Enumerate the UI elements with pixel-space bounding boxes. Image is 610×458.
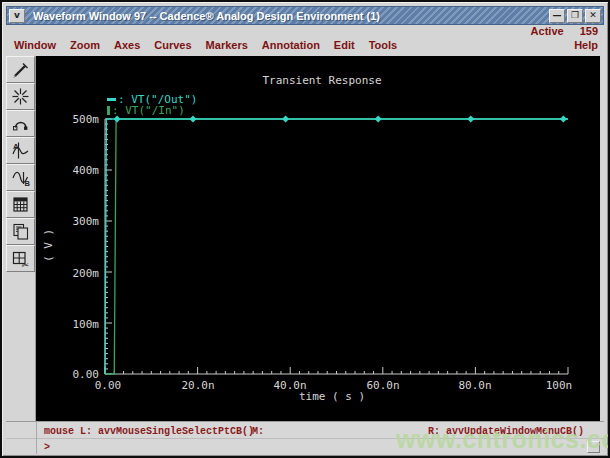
x-tick-label: 40.0n [273,379,306,392]
mouse-middle-binding: M: [252,426,264,437]
maximize-button[interactable]: ❐ [567,9,583,23]
out-line-sample-icon [107,98,116,101]
menu-window[interactable]: Window [14,39,56,54]
svg-text:B: B [25,179,31,187]
vertical-marker-a-button[interactable]: A [6,137,35,164]
x-tick-label: 0.00 [95,379,122,392]
legend: : VT("/Out") : VT("/In") [107,94,197,116]
menu-axes[interactable]: Axes [114,39,140,54]
mouse-left-binding: mouse L: avvMouseSingleSelectPtCB() [44,426,254,437]
legend-in-text: : VT("/In") [112,105,185,116]
starburst-zoom-button[interactable] [6,83,35,110]
menu-annotation[interactable]: Annotation [262,39,320,54]
menu-help[interactable]: Help [574,39,598,54]
plot-title: Transient Response [262,74,381,87]
x-tick-label: 80.0n [458,379,491,392]
subwindow-cut-icon: ✂ [11,249,30,268]
y-tick-label: 300m [59,215,99,228]
copy-window-icon [11,222,30,241]
arc-trace-icon [11,114,30,133]
y-tick-label: 0.00 [59,368,99,381]
active-status: Active 159 [531,25,598,38]
calculator-button[interactable] [6,191,35,218]
x-tick-label: 20.0n [181,379,214,392]
horizontal-marker-b-icon: B [11,168,30,187]
y-tick-label: 400m [59,164,99,177]
window-title: Waveform Window 97 -- Cadence® Analog De… [33,10,549,22]
tool-palette: A B ✂ [6,56,36,421]
waveform-window: v Waveform Window 97 -- Cadence® Analog … [0,0,610,458]
minimize-button[interactable]: — [549,9,565,23]
status-divider [36,421,37,454]
y-tick-label: 500m [59,113,99,126]
menu-bar: Window Zoom Axes Curves Markers Annotati… [14,39,598,54]
in-line-sample-icon [107,106,110,115]
copy-window-button[interactable] [6,218,35,245]
calculator-icon [11,195,30,214]
watermark-text: www.cntronics.com [396,425,610,454]
window-menu-icon: v [14,11,20,20]
y-axis-label: ( V ) [42,229,55,262]
menu-markers[interactable]: Markers [206,39,248,54]
x-tick-label: 100n [546,379,573,392]
vertical-marker-a-icon: A [11,141,30,160]
minimize-icon: — [553,11,562,20]
menu-zoom[interactable]: Zoom [70,39,100,54]
subwindow-cut-button[interactable]: ✂ [6,245,35,272]
close-icon: ✕ [589,11,597,20]
prompt-symbol: > [44,442,50,453]
title-bar[interactable]: v Waveform Window 97 -- Cadence® Analog … [6,6,604,25]
maximize-icon: ❐ [571,11,579,20]
x-axis-label: time ( s ) [299,390,365,403]
menu-edit[interactable]: Edit [334,39,355,54]
y-tick-label: 100m [59,318,99,331]
probe-pen-icon [11,60,30,79]
horizontal-marker-b-button[interactable]: B [6,164,35,191]
x-tick-label: 60.0n [366,379,399,392]
close-button[interactable]: ✕ [585,9,601,23]
starburst-zoom-icon [11,87,30,106]
window-menu-button[interactable]: v [9,9,25,23]
probe-pen-button[interactable] [6,56,35,83]
active-count: 159 [580,25,598,38]
active-label: Active [531,25,564,38]
arc-trace-button[interactable] [6,110,35,137]
legend-item-in[interactable]: : VT("/In") [107,105,197,116]
svg-text:✂: ✂ [22,260,30,269]
menu-curves[interactable]: Curves [154,39,191,54]
menu-tools[interactable]: Tools [369,39,398,54]
y-tick-label: 200m [59,267,99,280]
